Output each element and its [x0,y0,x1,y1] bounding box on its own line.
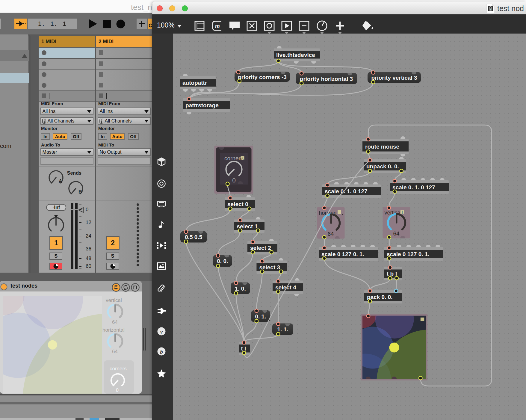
svg-text:pack 0. 0.: pack 0. 0. [367,294,393,300]
svg-text:0. 0.: 0. 0. [217,258,228,264]
svg-text:t b f: t b f [387,271,397,277]
svg-text:priority corners -3: priority corners -3 [238,74,287,80]
svg-text:priority horizontal 3: priority horizontal 3 [300,76,353,82]
svg-text:corner: corner [224,155,241,161]
svg-text:priority vertical 3: priority vertical 3 [371,75,417,81]
svg-text:64: 64 [328,231,334,237]
svg-text:autopattr: autopattr [182,80,207,86]
svg-text:select 0: select 0 [227,201,248,207]
svg-text:0.5 0.5: 0.5 0.5 [185,234,202,240]
svg-text:scale 0. 1. 0 127: scale 0. 1. 0 127 [392,184,435,191]
svg-text:pattrstorage: pattrstorage [185,102,219,108]
svg-text:0. 1.: 0. 1. [255,313,266,320]
svg-text:.: . [342,210,343,216]
svg-text:1. 0.: 1. 0. [235,285,246,292]
svg-text:scale 0 127 0. 1.: scale 0 127 0. 1. [387,251,430,257]
svg-text:scale 0 127 0. 1.: scale 0 127 0. 1. [321,251,364,257]
svg-text:l: l [402,210,403,215]
svg-text:0: 0 [232,177,236,184]
svg-text:64: 64 [393,230,400,237]
svg-text:live.thisdevice: live.thisdevice [276,52,315,58]
svg-text:s: s [241,156,244,161]
svg-text:1. 1.: 1. 1. [277,326,288,333]
svg-text:unpack 0. 0.: unpack 0. 0. [366,163,399,170]
svg-text:route mouse: route mouse [365,143,399,150]
